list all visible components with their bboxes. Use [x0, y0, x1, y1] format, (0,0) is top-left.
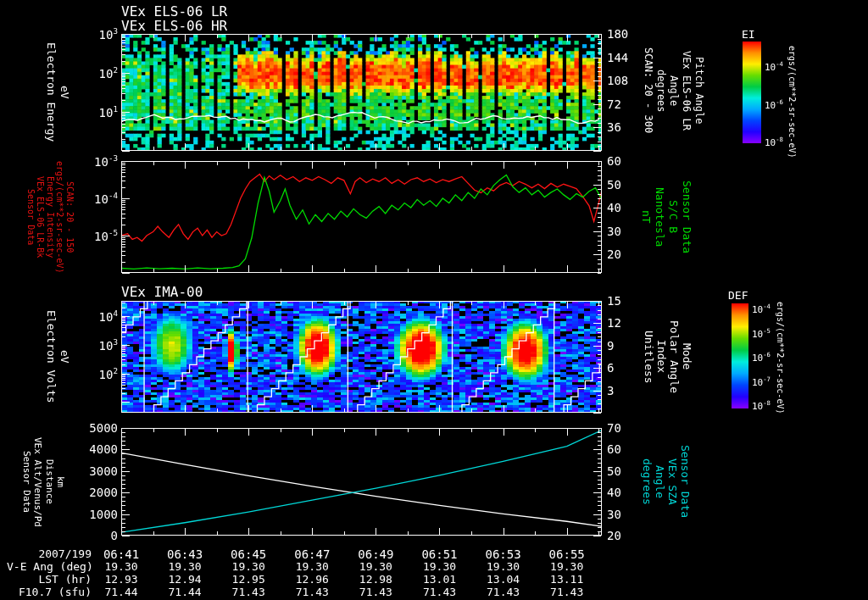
- time-tick-label: 06:51: [409, 547, 470, 561]
- colorbar-units-label: ergs/(cm**2-sr-sec-eV): [787, 24, 801, 180]
- table-cell: 19.30: [91, 560, 152, 573]
- table-cell: 71.43: [409, 586, 470, 598]
- right-tick-label: 3: [607, 384, 641, 397]
- right-tick-label: 15: [607, 294, 641, 308]
- y-tick-label: 101: [81, 104, 118, 119]
- y-tick-label: 103: [81, 26, 118, 42]
- right-tick-label: 9: [607, 339, 641, 353]
- right-tick-label: 50: [607, 464, 641, 478]
- right-tick-label: 30: [607, 508, 641, 521]
- table-cell: 71.43: [345, 586, 406, 598]
- y-tick-label: 10-3: [81, 153, 118, 169]
- right-tick-label: 70: [607, 421, 641, 435]
- y-tick-label: 0: [77, 529, 118, 542]
- panel2-left-axis-label: Sensor Data VEx ELS-06 LR-Bk Energy Inte…: [25, 159, 78, 275]
- table-row-label: F10.7 (sfu): [7, 586, 92, 598]
- table-cell: 71.44: [154, 586, 215, 598]
- panel1-y-axis-label: Electron Energy eV: [44, 34, 78, 151]
- els-colorbar: [743, 42, 761, 143]
- y-tick-label: 104: [81, 308, 118, 324]
- y-tick-label: 10-5: [81, 228, 118, 243]
- els-colorbar-title: EI: [742, 28, 755, 41]
- panel3-title: VEx IMA-00: [121, 284, 203, 300]
- table-cell: 12.94: [154, 573, 215, 586]
- y-tick-label: 2000: [77, 486, 118, 499]
- right-tick-label: 40: [607, 201, 641, 214]
- colorbar-units-label: ergs/(cm**2-sr-sec-eV): [776, 295, 789, 420]
- time-tick-label: 06:53: [473, 547, 534, 561]
- table-cell: 71.43: [281, 586, 342, 598]
- right-tick-label: 72: [607, 97, 641, 111]
- panel1-title-line2: VEx ELS-06 HR: [121, 18, 227, 34]
- table-cell: 71.43: [537, 586, 598, 598]
- date-label: 2007/199: [17, 547, 92, 560]
- table-cell: 19.30: [409, 560, 470, 573]
- y-tick-label: 1000: [77, 508, 118, 521]
- table-cell: 71.43: [473, 586, 534, 598]
- ima-colorbar: [732, 303, 748, 408]
- cdaweb-multi-panel-plot: VEx ELS-06 LR VEx ELS-06 HR VEx IMA-00 E…: [0, 0, 868, 600]
- y-tick-label: 102: [81, 65, 118, 81]
- right-tick-label: 30: [607, 225, 641, 238]
- table-cell: 19.30: [281, 560, 342, 573]
- table-cell: 12.95: [218, 573, 279, 586]
- right-tick-label: 20: [607, 529, 641, 542]
- time-tick-label: 06:41: [91, 547, 152, 561]
- panel4-right-axis-label: Sensor Data VEx SZA Angle degrees: [637, 428, 692, 536]
- right-tick-label: 12: [607, 316, 641, 330]
- table-cell: 19.30: [473, 560, 534, 573]
- time-tick-label: 06:49: [345, 547, 406, 561]
- table-cell: 19.30: [218, 560, 279, 573]
- y-tick-label: 5000: [77, 421, 118, 435]
- right-tick-label: 36: [607, 120, 641, 134]
- table-cell: 12.96: [281, 573, 342, 586]
- ima-colorbar-title: DEF: [728, 289, 748, 302]
- panel3-right-axis-label: Mode Polar Angle Index Unitless: [637, 301, 693, 413]
- table-cell: 19.30: [345, 560, 406, 573]
- panel3-y-axis-label: Electron Volts eV: [44, 301, 78, 413]
- table-cell: 12.98: [345, 573, 406, 586]
- table-cell: 13.04: [473, 573, 534, 586]
- table-cell: 13.01: [409, 573, 470, 586]
- y-tick-label: 103: [81, 337, 118, 353]
- y-tick-label: 10-4: [81, 191, 118, 206]
- time-tick-label: 06:45: [218, 547, 279, 561]
- right-tick-label: 60: [607, 154, 641, 168]
- table-cell: 12.93: [91, 573, 152, 586]
- right-tick-label: 108: [607, 74, 641, 87]
- right-tick-label: 60: [607, 442, 641, 456]
- right-tick-label: 20: [607, 247, 641, 261]
- right-tick-label: 180: [607, 27, 641, 41]
- time-tick-label: 06:55: [537, 547, 598, 561]
- right-tick-label: 40: [607, 486, 641, 499]
- right-tick-label: 50: [607, 178, 641, 192]
- table-cell: 19.30: [154, 560, 215, 573]
- table-row-label: V-E Ang (deg): [7, 560, 92, 573]
- y-tick-label: 3000: [77, 464, 118, 478]
- panel1-right-axis-label: Pitch Angle VEx ELS-06 LR Angle degrees …: [637, 27, 705, 154]
- table-row-label: LST (hr): [7, 573, 92, 586]
- right-tick-label: 144: [607, 51, 641, 64]
- time-tick-label: 06:43: [154, 547, 215, 561]
- panel4-left-axis-label: Sensor Data VEx Alt/Venus/Pd Distance km: [20, 428, 70, 536]
- panel2-right-axis-label: Sensor Data S/C B Nanotesla nT: [637, 161, 693, 273]
- table-cell: 71.43: [218, 586, 279, 598]
- y-tick-label: 102: [81, 366, 118, 381]
- time-tick-label: 06:47: [281, 547, 342, 561]
- table-cell: 19.30: [537, 560, 598, 573]
- y-tick-label: 4000: [77, 442, 118, 456]
- table-cell: 13.11: [537, 573, 598, 586]
- table-cell: 71.44: [91, 586, 152, 598]
- right-tick-label: 6: [607, 361, 641, 375]
